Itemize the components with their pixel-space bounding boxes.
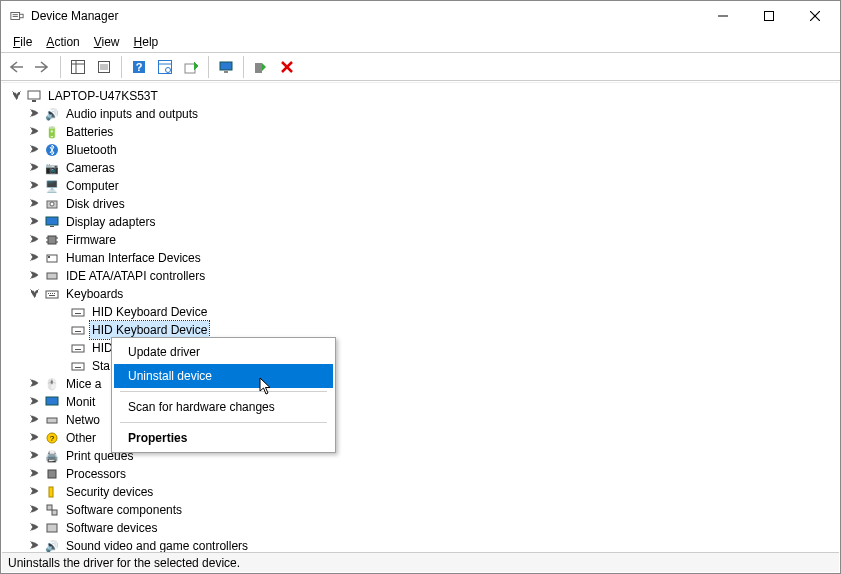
back-button[interactable] bbox=[5, 55, 29, 79]
category-display-adapters[interactable]: ⮞ Display adapters bbox=[10, 213, 839, 231]
category-disk-drives[interactable]: ⮞ Disk drives bbox=[10, 195, 839, 213]
chevron-right-icon[interactable]: ⮞ bbox=[28, 107, 42, 121]
chevron-right-icon[interactable]: ⮞ bbox=[28, 503, 42, 517]
chevron-right-icon[interactable]: ⮞ bbox=[28, 215, 42, 229]
svg-rect-33 bbox=[48, 236, 56, 244]
uninstall-device-button[interactable] bbox=[275, 55, 299, 79]
category-security[interactable]: ⮞ Security devices bbox=[10, 483, 839, 501]
minimize-button[interactable] bbox=[700, 1, 746, 31]
chevron-right-icon[interactable]: ⮞ bbox=[28, 467, 42, 481]
svg-rect-59 bbox=[48, 470, 56, 478]
chevron-right-icon[interactable]: ⮞ bbox=[28, 269, 42, 283]
svg-rect-63 bbox=[47, 524, 57, 532]
keyboard-icon bbox=[70, 358, 86, 374]
display-icon bbox=[44, 214, 60, 230]
chevron-right-icon[interactable]: ⮞ bbox=[28, 161, 42, 175]
context-uninstall-device[interactable]: Uninstall device bbox=[114, 364, 333, 388]
chevron-right-icon[interactable]: ⮞ bbox=[28, 485, 42, 499]
category-audio[interactable]: ⮞ 🔊 Audio inputs and outputs bbox=[10, 105, 839, 123]
svg-rect-54 bbox=[75, 367, 81, 368]
properties-button[interactable] bbox=[92, 55, 116, 79]
svg-rect-47 bbox=[72, 309, 84, 316]
svg-rect-53 bbox=[72, 363, 84, 370]
titlebar: Device Manager bbox=[1, 1, 840, 31]
chevron-right-icon[interactable]: ⮞ bbox=[28, 233, 42, 247]
sound-icon: 🔊 bbox=[44, 538, 60, 552]
chevron-right-icon[interactable]: ⮞ bbox=[28, 251, 42, 265]
context-separator bbox=[120, 422, 327, 423]
chevron-right-icon[interactable]: ⮞ bbox=[28, 377, 42, 391]
svg-rect-48 bbox=[75, 313, 81, 314]
svg-text:?: ? bbox=[136, 61, 143, 73]
tree-root-label: LAPTOP-U47KS53T bbox=[46, 87, 160, 105]
svg-rect-40 bbox=[47, 273, 57, 279]
category-cameras[interactable]: ⮞ 📷 Cameras bbox=[10, 159, 839, 177]
category-firmware[interactable]: ⮞ Firmware bbox=[10, 231, 839, 249]
chevron-right-icon[interactable]: ⮞ bbox=[28, 539, 42, 552]
category-batteries[interactable]: ⮞ 🔋 Batteries bbox=[10, 123, 839, 141]
chevron-right-icon[interactable]: ⮞ bbox=[28, 125, 42, 139]
category-bluetooth[interactable]: ⮞ Bluetooth bbox=[10, 141, 839, 159]
chevron-right-icon[interactable]: ⮞ bbox=[28, 521, 42, 535]
enable-device-button[interactable] bbox=[249, 55, 273, 79]
maximize-button[interactable] bbox=[746, 1, 792, 31]
category-computer[interactable]: ⮞ 🖥️ Computer bbox=[10, 177, 839, 195]
svg-rect-23 bbox=[255, 63, 262, 73]
computer-icon bbox=[26, 88, 42, 104]
show-hide-tree-button[interactable] bbox=[66, 55, 90, 79]
keyboard-icon bbox=[44, 286, 60, 302]
scan-hardware-button[interactable] bbox=[153, 55, 177, 79]
svg-rect-49 bbox=[72, 327, 84, 334]
chevron-right-icon[interactable]: ⮞ bbox=[28, 179, 42, 193]
help-button[interactable]: ? bbox=[127, 55, 151, 79]
device-tree[interactable]: ⮟ LAPTOP-U47KS53T ⮞ 🔊 Audio inputs and o… bbox=[2, 83, 839, 552]
context-separator bbox=[120, 391, 327, 392]
svg-rect-20 bbox=[185, 64, 195, 73]
device-hid-keyboard-1[interactable]: · HID Keyboard Device bbox=[10, 303, 839, 321]
svg-rect-46 bbox=[49, 295, 55, 296]
svg-rect-21 bbox=[220, 62, 232, 70]
update-driver-button[interactable] bbox=[179, 55, 203, 79]
menu-file[interactable]: File bbox=[7, 33, 38, 51]
menu-action[interactable]: Action bbox=[40, 33, 85, 51]
svg-rect-26 bbox=[28, 91, 40, 99]
chevron-right-icon[interactable]: ⮞ bbox=[28, 449, 42, 463]
chevron-right-icon[interactable]: ⮞ bbox=[28, 143, 42, 157]
printer-icon: 🖨️ bbox=[44, 448, 60, 464]
category-sound[interactable]: ⮞ 🔊 Sound video and game controllers bbox=[10, 537, 839, 552]
security-icon bbox=[44, 484, 60, 500]
context-update-driver[interactable]: Update driver bbox=[114, 340, 333, 364]
category-software-devices[interactable]: ⮞ Software devices bbox=[10, 519, 839, 537]
category-hid[interactable]: ⮞ Human Interface Devices bbox=[10, 249, 839, 267]
tree-root[interactable]: ⮟ LAPTOP-U47KS53T bbox=[10, 87, 839, 105]
status-bar: Uninstalls the driver for the selected d… bbox=[2, 552, 839, 572]
svg-rect-51 bbox=[72, 345, 84, 352]
chevron-down-icon[interactable]: ⮟ bbox=[10, 89, 24, 103]
menu-view[interactable]: View bbox=[88, 33, 126, 51]
close-button[interactable] bbox=[792, 1, 838, 31]
chevron-right-icon[interactable]: ⮞ bbox=[28, 431, 42, 445]
svg-rect-8 bbox=[72, 60, 85, 73]
forward-button[interactable] bbox=[31, 55, 55, 79]
chevron-right-icon[interactable]: ⮞ bbox=[28, 395, 42, 409]
svg-rect-2 bbox=[13, 14, 18, 15]
chevron-right-icon[interactable]: ⮞ bbox=[28, 413, 42, 427]
monitor-button[interactable] bbox=[214, 55, 238, 79]
monitor-icon bbox=[44, 394, 60, 410]
svg-rect-39 bbox=[48, 256, 50, 258]
svg-rect-56 bbox=[47, 418, 57, 423]
pc-icon: 🖥️ bbox=[44, 178, 60, 194]
window-title: Device Manager bbox=[31, 9, 118, 23]
category-ide[interactable]: ⮞ IDE ATA/ATAPI controllers bbox=[10, 267, 839, 285]
menu-help[interactable]: Help bbox=[128, 33, 165, 51]
svg-rect-43 bbox=[50, 293, 51, 294]
chevron-right-icon[interactable]: ⮞ bbox=[28, 197, 42, 211]
hid-icon bbox=[44, 250, 60, 266]
svg-rect-32 bbox=[50, 226, 54, 227]
context-properties[interactable]: Properties bbox=[114, 426, 333, 450]
context-scan-hardware[interactable]: Scan for hardware changes bbox=[114, 395, 333, 419]
category-software-components[interactable]: ⮞ Software components bbox=[10, 501, 839, 519]
chevron-down-icon[interactable]: ⮟ bbox=[28, 287, 42, 301]
category-processors[interactable]: ⮞ Processors bbox=[10, 465, 839, 483]
category-keyboards[interactable]: ⮟ Keyboards bbox=[10, 285, 839, 303]
